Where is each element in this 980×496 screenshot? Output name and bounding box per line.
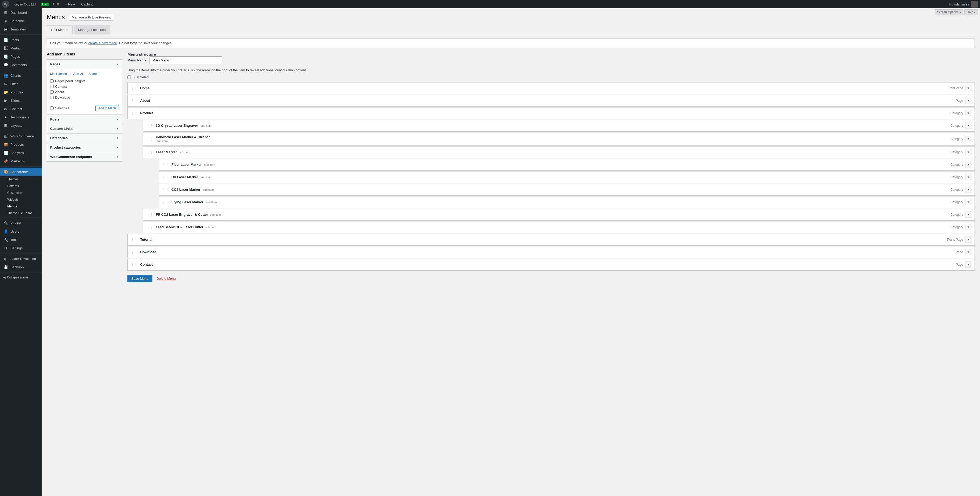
sidebar-item-pages[interactable]: 📑 Pages [0,52,41,61]
pages-tab-most-recent[interactable]: Most Recent [50,72,68,76]
delete-menu-link[interactable]: Delete Menu [157,277,176,281]
menu-item-expand-arrow[interactable]: ▼ [965,236,971,243]
menu-item-expand-arrow[interactable]: ▼ [965,110,971,116]
menu-item-expand-arrow[interactable]: ▼ [965,136,971,142]
menu-item-expand-arrow[interactable]: ▼ [965,224,971,230]
add-to-menu-button[interactable]: Add to Menu [95,105,119,112]
menu-item-handheld-laser[interactable]: ⋮⋮ Handheld Laser Marker & Cleaner sub i… [143,132,975,146]
sidebar-item-testimonials[interactable]: ★ Testimonials [0,113,41,121]
sidebar-item-woocommerce[interactable]: 🛒 WooCommerce [0,132,41,140]
menu-item-tutorial[interactable]: ⋮⋮ Tutorial Posts Page ▼ [127,234,975,246]
menu-item-contact[interactable]: ⋮⋮ Contact Page ▼ [127,259,975,271]
submenu-item-customize[interactable]: Customize [0,190,41,196]
menu-item-product[interactable]: ⋮⋮ Product Category ▼ [127,107,975,119]
sidebar-item-products[interactable]: 📦 Products [0,140,41,148]
menu-item-home[interactable]: ⋮⋮ Home Front Page ▼ [127,82,975,94]
collapse-menu-button[interactable]: ◀ Collapse menu [0,273,41,281]
sidebar-item-slides[interactable]: ▶ Slides [0,96,41,105]
submenu-item-widgets[interactable]: Widgets [0,196,41,203]
menu-item-expand-arrow[interactable]: ▼ [965,123,971,129]
sidebar-item-analytics[interactable]: 📊 Analytics [0,148,41,157]
sidebar-item-betheme[interactable]: ◈ Betheme [0,17,41,25]
live-preview-button[interactable]: Manage with Live Preview [69,14,114,21]
menu-item-expand-arrow[interactable]: ▼ [965,174,971,180]
site-name[interactable]: Keyso Co., Ltd. [11,2,39,6]
sidebar-item-plugins[interactable]: 🔌 Plugins [0,219,41,227]
submenu-item-themes[interactable]: Themes [0,176,41,183]
menu-item-fiber-laser[interactable]: ⋮⋮ Fiber Laser Marker sub item Category … [159,159,975,171]
sidebar-item-posts[interactable]: 📄 Posts [0,36,41,44]
accordion-pages-title[interactable]: Pages ▲ [47,60,122,69]
pages-tab-view-all[interactable]: View All [73,72,83,76]
select-all-label[interactable]: Select All [50,106,69,110]
sidebar-item-backuply[interactable]: 💾 Backuply [0,263,41,271]
menu-item-expand-arrow[interactable]: ▼ [965,199,971,205]
sidebar-item-clients[interactable]: 👥 Clients [0,71,41,80]
page-checkbox-contact[interactable] [50,85,54,88]
menu-name-input[interactable] [150,56,223,64]
menu-structure-panel: Menu structure Menu Name Drag the items … [127,52,975,282]
sidebar-item-slider-revolution[interactable]: ◎ Slider Revolution [0,255,41,263]
drag-handle-icon: ⋮⋮ [162,175,169,179]
accordion-custom-links-title[interactable]: Custom Links ▼ [47,124,122,133]
menu-item-expand-arrow[interactable]: ▼ [965,262,971,268]
user-avatar[interactable] [971,1,978,8]
menu-item-expand-arrow[interactable]: ▼ [965,97,971,104]
accordion-posts-title[interactable]: Posts ▼ [47,115,122,124]
sidebar-item-tools[interactable]: 🔧 Tools [0,236,41,244]
save-menu-button[interactable]: Save Menu [127,275,153,282]
menu-item-name: Contact [140,263,153,266]
menu-item-about[interactable]: ⋮⋮ About Page ▼ [127,95,975,107]
help-button[interactable]: Help [964,10,978,15]
caching-link[interactable]: Caching [79,2,96,6]
sidebar-item-offer[interactable]: 🏷 Offer [0,80,41,88]
tab-manage-locations[interactable]: Manage Locations [73,26,110,34]
comments-link[interactable]: 🗨 0 [51,2,61,6]
menu-item-laser-marker[interactable]: ⋮⋮ Laser Marker sub item Category ▼ [143,146,975,158]
accordion-woocommerce-endpoints-title[interactable]: WooCommerce endpoints ▼ [47,152,122,161]
accordion-categories-title[interactable]: Categories ▼ [47,134,122,143]
sidebar-item-appearance[interactable]: 🎨 Appearance [0,167,41,176]
drag-handle-icon: ⋮⋮ [146,137,153,141]
page-checkbox-pagespeed[interactable] [50,80,54,83]
menu-item-3d-crystal[interactable]: ⋮⋮ 3D Crystal Laser Engraver sub item Ca… [143,120,975,132]
create-new-menu-link[interactable]: create a new menu [88,41,117,45]
bulk-select-label[interactable]: Bulk Select [127,75,149,79]
menu-item-expand-arrow[interactable]: ▼ [965,149,971,155]
list-item: PageSpeed Insights [50,78,119,84]
submenu-item-patterns[interactable]: Patterns [0,183,41,190]
sidebar-item-templates[interactable]: ▣ Templates [0,25,41,33]
screen-options-button[interactable]: Screen Options [935,10,963,15]
menu-item-expand-arrow[interactable]: ▼ [965,85,971,91]
menu-item-lead-screw[interactable]: ⋮⋮ Lead Screw CO2 Laser Cutter sub item … [143,221,975,233]
submenu-item-theme-file-editor[interactable]: Theme File Editor [0,210,41,217]
menu-item-expand-arrow[interactable]: ▼ [965,187,971,193]
pages-tab-search[interactable]: Search [88,72,98,76]
menu-item-fr-co2[interactable]: ⋮⋮ FR CO2 Laser Engraver & Cutter sub it… [143,209,975,221]
menu-item-flying-laser[interactable]: ⋮⋮ Flying Laser Marker sub item Category… [159,196,975,208]
menu-item-uv-laser[interactable]: ⋮⋮ UV Laser Marker sub item Category ▼ [159,171,975,183]
sidebar-item-marketing[interactable]: 📣 Marketing [0,157,41,165]
sidebar-item-portfolio[interactable]: 📁 Portfolio [0,88,41,96]
menu-item-download[interactable]: ⋮⋮ Download Page ▼ [127,246,975,258]
sidebar-item-media[interactable]: 🖼 Media [0,44,41,52]
bulk-select-checkbox[interactable] [127,75,131,79]
new-content-link[interactable]: + New [63,2,77,6]
submenu-item-menus[interactable]: Menus [0,203,41,210]
menu-item-co2-laser[interactable]: ⋮⋮ CO2 Laser Marker sub item Category ▼ [159,184,975,196]
tab-edit-menus[interactable]: Edit Menus [47,26,73,34]
sidebar-item-dashboard[interactable]: ⊞ Dashboard [0,8,41,17]
sidebar-item-comments[interactable]: 💬 Comments [0,61,41,69]
select-all-checkbox[interactable] [50,107,54,110]
sidebar-item-layouts[interactable]: ⊞ Layouts [0,121,41,129]
menu-item-expand-arrow[interactable]: ▼ [965,249,971,255]
page-checkbox-download[interactable] [50,96,54,99]
sidebar-item-users[interactable]: 👤 Users [0,227,41,236]
wp-logo[interactable]: W [2,0,10,8]
sidebar-item-contact[interactable]: ✉ Contact [0,105,41,113]
menu-item-expand-arrow[interactable]: ▼ [965,162,971,168]
accordion-product-categories-title[interactable]: Product categories ▼ [47,143,122,152]
menu-item-expand-arrow[interactable]: ▼ [965,212,971,218]
page-checkbox-about[interactable] [50,90,54,94]
sidebar-item-settings[interactable]: ⚙ Settings [0,244,41,252]
